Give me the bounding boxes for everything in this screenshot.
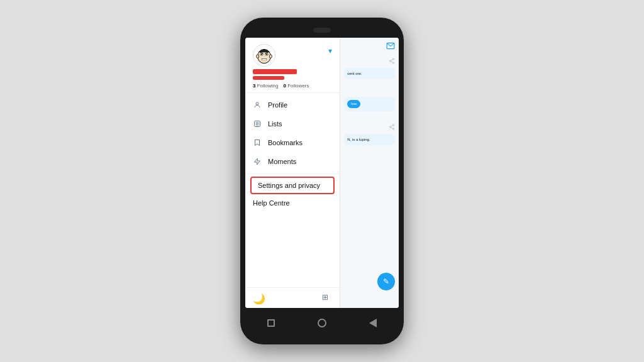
phone-frame: ▾ 3 Following 0 Followers <box>240 18 404 344</box>
svg-point-4 <box>261 53 262 55</box>
svg-rect-8 <box>262 59 266 60</box>
menu-item-help[interactable]: Help Centre <box>245 194 340 212</box>
person-icon <box>253 101 262 109</box>
bookmarks-label: Bookmarks <box>268 139 303 146</box>
right-card-3: N, is a luping. <box>344 134 395 145</box>
home-icon <box>318 319 326 327</box>
user-names <box>253 69 332 80</box>
svg-line-22 <box>391 60 393 61</box>
username-redacted <box>253 76 284 80</box>
menu-item-profile[interactable]: Profile <box>245 96 340 114</box>
svg-point-20 <box>392 62 394 64</box>
drawer-bottom: 🌙 ⊞ <box>245 287 340 308</box>
svg-point-5 <box>266 53 267 55</box>
right-card-1: cent ore. <box>344 68 395 79</box>
svg-point-19 <box>389 60 391 62</box>
night-mode-icon[interactable]: 🌙 <box>253 293 263 303</box>
chevron-down-icon[interactable]: ▾ <box>328 47 332 55</box>
svg-point-24 <box>389 126 391 128</box>
svg-point-9 <box>257 55 259 58</box>
phone-top-bar <box>245 25 399 35</box>
drawer-header: ▾ 3 Following 0 Followers <box>245 38 340 93</box>
moments-label: Moments <box>268 158 296 165</box>
back-icon <box>369 319 377 327</box>
svg-point-23 <box>392 124 394 126</box>
qr-code-icon[interactable]: ⊞ <box>322 293 332 303</box>
follow-button[interactable]: low <box>347 100 360 107</box>
help-label: Help Centre <box>253 199 290 207</box>
svg-marker-16 <box>255 158 260 165</box>
nav-back-button[interactable] <box>367 317 379 329</box>
nav-home-button[interactable] <box>316 317 328 329</box>
phone-navigation-bar <box>245 312 399 334</box>
profile-label: Profile <box>268 101 287 109</box>
follow-stats: 3 Following 0 Followers <box>253 83 332 89</box>
svg-line-27 <box>391 125 393 126</box>
svg-line-26 <box>391 127 393 128</box>
lists-label: Lists <box>268 120 282 128</box>
avatar-area: ▾ <box>253 44 332 67</box>
share-icon <box>344 58 395 65</box>
menu-item-settings[interactable]: Settings and privacy <box>250 177 335 194</box>
phone-camera <box>313 28 331 33</box>
svg-point-25 <box>392 128 394 129</box>
followers-stat: 0 Followers <box>283 83 309 89</box>
bolt-icon <box>253 157 262 166</box>
menu-item-moments[interactable]: Moments <box>245 152 340 171</box>
menu-item-lists[interactable]: Lists <box>245 114 340 133</box>
drawer-panel: ▾ 3 Following 0 Followers <box>245 38 340 308</box>
svg-point-10 <box>269 55 272 58</box>
avatar[interactable] <box>253 44 275 67</box>
compose-tweet-button[interactable]: ✎ <box>377 273 395 290</box>
svg-point-18 <box>392 58 394 60</box>
list-icon <box>253 119 262 128</box>
share-icon-2 <box>344 124 395 131</box>
mail-icon[interactable] <box>386 41 395 50</box>
display-name-redacted <box>253 69 297 74</box>
right-card-2: low <box>344 97 395 111</box>
settings-label: Settings and privacy <box>258 182 320 189</box>
bookmark-icon <box>253 138 262 147</box>
svg-point-11 <box>256 102 258 105</box>
menu-item-bookmarks[interactable]: Bookmarks <box>245 133 340 152</box>
right-panel: cent ore. low N, is a <box>340 38 399 308</box>
phone-screen: ▾ 3 Following 0 Followers <box>245 38 399 308</box>
nav-recent-apps-button[interactable] <box>265 317 277 329</box>
following-stat: 3 Following <box>253 83 278 89</box>
recent-apps-icon <box>267 319 275 327</box>
svg-line-21 <box>391 62 393 63</box>
menu-items: Profile Lists <box>245 93 340 287</box>
right-content: cent ore. low N, is a <box>340 54 399 151</box>
right-top-area <box>340 38 399 54</box>
menu-divider <box>245 173 340 174</box>
